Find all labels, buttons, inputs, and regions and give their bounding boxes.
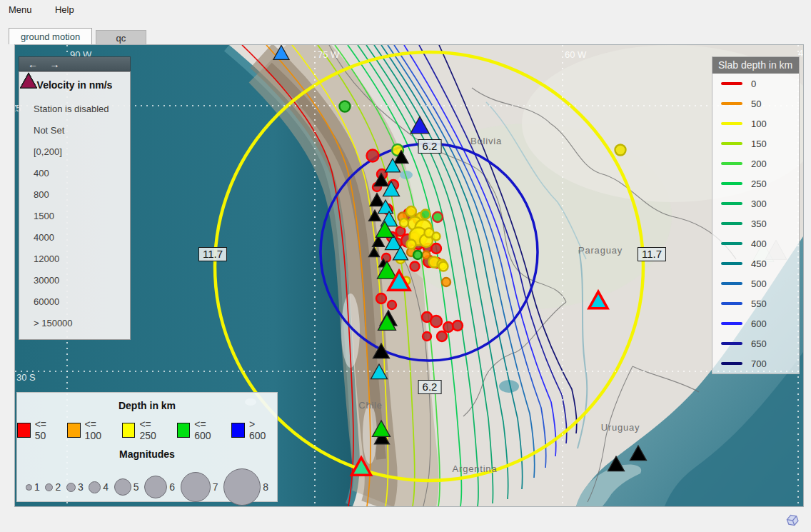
menu-item-menu[interactable]: Menu — [9, 4, 32, 15]
app-window: { "menu": { "items": ["Menu", "Help"] },… — [0, 0, 811, 532]
slab-color-swatch — [721, 102, 742, 105]
slab-color-swatch — [721, 262, 742, 265]
event-marker[interactable] — [443, 322, 453, 332]
event-marker[interactable] — [442, 278, 450, 286]
depth-legend-label: <= 50 — [35, 418, 57, 441]
velocity-legend-item: [0,200] — [19, 141, 130, 162]
event-marker[interactable] — [421, 210, 430, 219]
event-marker[interactable] — [406, 206, 416, 216]
slab-legend-item: 100 — [712, 114, 799, 134]
slab-legend-item: 0 — [712, 74, 799, 94]
menu-item-help[interactable]: Help — [55, 4, 74, 15]
depth-color-swatch — [67, 423, 81, 438]
map-view[interactable]: 90 W75 W60 W41530 S BoliviaParaguayChile… — [14, 44, 804, 507]
event-marker[interactable] — [430, 316, 442, 327]
depth-legend-title: Depth in km — [17, 400, 277, 411]
velocity-legend-label: 1500 — [34, 211, 54, 221]
event-marker[interactable] — [367, 150, 379, 162]
event-marker[interactable] — [423, 251, 430, 259]
slab-legend-label: 200 — [751, 159, 767, 169]
magnitude-circle-icon — [89, 481, 101, 493]
slab-legend-item: 450 — [712, 254, 799, 273]
slab-color-swatch — [721, 122, 742, 125]
event-marker[interactable] — [433, 233, 440, 241]
event-marker[interactable] — [410, 262, 420, 271]
slab-color-swatch — [721, 302, 742, 305]
magnitude-circle-icon — [181, 472, 211, 502]
event-marker[interactable] — [431, 244, 441, 254]
magnitude-legend-item: 4 — [89, 481, 109, 493]
slab-legend-label: 150 — [751, 139, 767, 149]
slab-legend-label: 50 — [751, 99, 761, 109]
depth-color-swatch — [122, 423, 136, 438]
velocity-legend-item: 400 — [19, 162, 130, 184]
velocity-legend-label: 30000 — [34, 275, 59, 286]
slab-legend-label: 350 — [751, 219, 767, 229]
slab-legend-item: 400 — [712, 234, 799, 254]
event-marker[interactable] — [407, 240, 416, 249]
slab-legend-label: 600 — [751, 318, 767, 329]
slab-legend-label: 650 — [751, 338, 767, 349]
slab-color-swatch — [721, 82, 742, 85]
event-marker[interactable] — [433, 212, 443, 222]
slab-color-swatch — [721, 142, 742, 145]
magnitude-legend-item: 6 — [144, 476, 175, 498]
magnitude-legend-label: 7 — [213, 481, 218, 493]
velocity-legend-label: Not Set — [34, 125, 64, 136]
velocity-legend-item: 4000 — [19, 226, 130, 248]
event-marker[interactable] — [615, 145, 626, 156]
slab-color-swatch — [721, 322, 742, 325]
event-marker[interactable] — [453, 321, 463, 331]
slab-color-swatch — [721, 282, 742, 285]
event-marker[interactable] — [388, 301, 396, 309]
slab-legend-item: 350 — [712, 214, 799, 234]
magnitude-circle-icon — [66, 483, 76, 492]
event-marker[interactable] — [376, 293, 386, 303]
magnitude-circle-icon — [26, 484, 32, 491]
magnitude-legend-item: 8 — [223, 468, 268, 506]
slab-legend-label: 250 — [751, 179, 767, 189]
magnitude-legend-label: 5 — [134, 481, 139, 493]
magnitude-circle-icon — [114, 478, 131, 496]
magnitude-legend-item: 5 — [114, 478, 139, 496]
station-triangle-icon — [19, 72, 38, 89]
tab-ground-motion[interactable]: ground motion — [9, 28, 92, 44]
render-cube-icon — [782, 510, 802, 530]
tab-qc[interactable]: qc — [96, 30, 147, 44]
event-marker[interactable] — [340, 101, 351, 112]
event-marker[interactable] — [437, 331, 447, 341]
event-marker[interactable] — [413, 251, 422, 259]
event-marker[interactable] — [423, 332, 431, 341]
slab-color-swatch — [721, 342, 742, 345]
velocity-legend-label: 400 — [34, 168, 49, 179]
slab-legend-label: 100 — [751, 119, 767, 129]
tab-bar: ground motion qc — [9, 28, 146, 44]
velocity-legend-item: > 150000 — [19, 312, 130, 333]
velocity-legend-label: 12000 — [34, 254, 59, 264]
event-marker[interactable] — [400, 219, 408, 227]
magnitude-legend-label: 2 — [55, 481, 61, 493]
velocity-legend-label: 4000 — [34, 232, 54, 243]
slab-legend-item: 50 — [712, 94, 799, 114]
slab-legend-item: 500 — [712, 273, 799, 293]
slab-legend-item: 200 — [712, 154, 799, 174]
magnitude-circle-icon — [144, 476, 167, 498]
magnitude-legend-label: 8 — [263, 481, 268, 493]
velocity-legend-item: 60000 — [19, 291, 130, 312]
velocity-legend-item: 1500 — [19, 205, 130, 226]
map-nav-toolbar: ← → — [19, 56, 131, 71]
depth-legend-label: <= 100 — [85, 418, 112, 441]
velocity-legend-label: Station is disabled — [34, 104, 109, 114]
slab-legend-item: 700 — [712, 353, 799, 373]
slab-legend-item: 150 — [712, 134, 799, 154]
slab-legend-item: 250 — [712, 174, 799, 194]
slab-legend-label: 700 — [751, 358, 767, 369]
magnitude-legend-label: 1 — [34, 481, 40, 493]
depth-color-swatch — [17, 423, 31, 438]
event-marker[interactable] — [439, 262, 448, 271]
back-arrow-icon[interactable]: ← — [28, 58, 38, 71]
forward-arrow-icon[interactable]: → — [49, 58, 59, 71]
velocity-legend-item: 30000 — [19, 269, 130, 291]
slab-color-swatch — [721, 182, 742, 185]
slab-legend-label: 300 — [751, 199, 767, 209]
